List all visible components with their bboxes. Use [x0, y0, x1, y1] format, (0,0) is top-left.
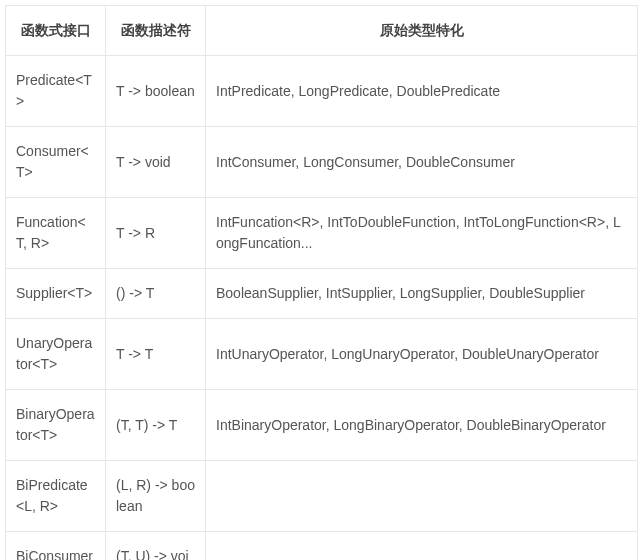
cell-spec [206, 532, 638, 561]
header-specialization: 原始类型特化 [206, 6, 638, 56]
table-header-row: 函数式接口 函数描述符 原始类型特化 [6, 6, 638, 56]
cell-desc: (L, R) -> boolean [106, 461, 206, 532]
cell-iface: Consumer<T> [6, 127, 106, 198]
table-row: Consumer<T>T -> voidIntConsumer, LongCon… [6, 127, 638, 198]
cell-iface: Supplier<T> [6, 269, 106, 319]
header-descriptor: 函数描述符 [106, 6, 206, 56]
cell-desc: (T, T) -> T [106, 390, 206, 461]
cell-iface: BiPredicate<L, R> [6, 461, 106, 532]
cell-spec: IntPredicate, LongPredicate, DoublePredi… [206, 56, 638, 127]
functional-interface-table: 函数式接口 函数描述符 原始类型特化 Predicate<T>T -> bool… [5, 5, 638, 560]
cell-iface: BiConsumer<T, U> [6, 532, 106, 561]
table-row: Funcation<T, R>T -> RIntFuncation<R>, In… [6, 198, 638, 269]
table-row: BiConsumer<T, U>(T, U) -> void [6, 532, 638, 561]
cell-spec: BooleanSupplier, IntSupplier, LongSuppli… [206, 269, 638, 319]
header-interface: 函数式接口 [6, 6, 106, 56]
cell-spec: IntConsumer, LongConsumer, DoubleConsume… [206, 127, 638, 198]
cell-iface: Funcation<T, R> [6, 198, 106, 269]
cell-spec: IntBinaryOperator, LongBinaryOperator, D… [206, 390, 638, 461]
cell-spec [206, 461, 638, 532]
table-row: BiPredicate<L, R>(L, R) -> boolean [6, 461, 638, 532]
cell-iface: UnaryOperator<T> [6, 319, 106, 390]
table-row: Predicate<T>T -> booleanIntPredicate, Lo… [6, 56, 638, 127]
table-row: UnaryOperator<T>T -> TIntUnaryOperator, … [6, 319, 638, 390]
cell-spec: IntUnaryOperator, LongUnaryOperator, Dou… [206, 319, 638, 390]
cell-desc: T -> void [106, 127, 206, 198]
cell-iface: BinaryOperator<T> [6, 390, 106, 461]
table-row: BinaryOperator<T>(T, T) -> TIntBinaryOpe… [6, 390, 638, 461]
cell-desc: (T, U) -> void [106, 532, 206, 561]
cell-desc: () -> T [106, 269, 206, 319]
cell-desc: T -> boolean [106, 56, 206, 127]
cell-iface: Predicate<T> [6, 56, 106, 127]
table-row: Supplier<T>() -> TBooleanSupplier, IntSu… [6, 269, 638, 319]
cell-desc: T -> T [106, 319, 206, 390]
cell-spec: IntFuncation<R>, IntToDoubleFunction, In… [206, 198, 638, 269]
cell-desc: T -> R [106, 198, 206, 269]
